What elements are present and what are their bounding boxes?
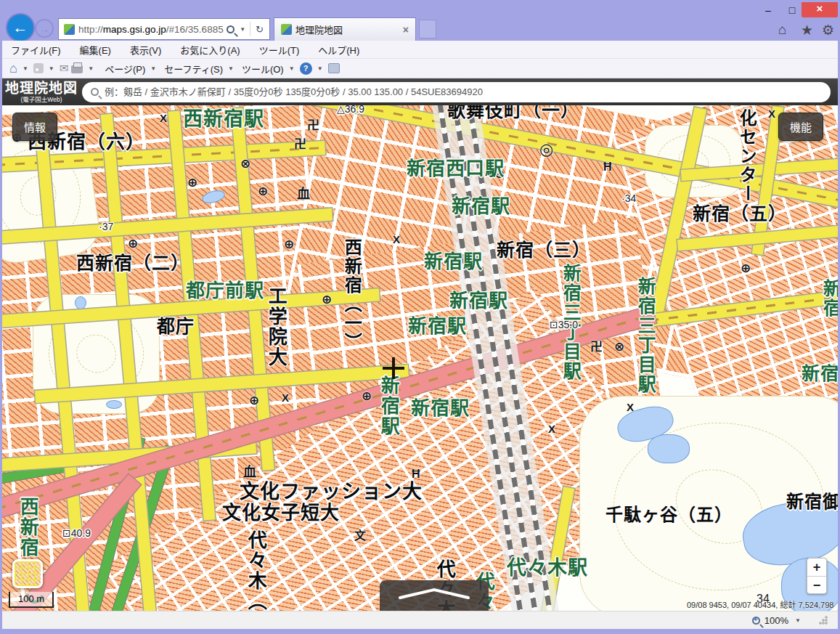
url-text[interactable]: http://maps.gsi.go.jp/#16/35.68858 (78, 24, 224, 35)
zoom-magnifier-icon[interactable] (752, 617, 760, 625)
print-icon[interactable] (71, 65, 83, 73)
map-label: 西新宿（二） (76, 253, 189, 272)
back-arrow-icon: ← (13, 19, 28, 36)
zoom-out-button[interactable]: − (807, 577, 826, 595)
map-label: 新宿駅 (408, 317, 467, 336)
map-symbol: ⊕ (284, 238, 294, 251)
pond (75, 296, 86, 309)
map-label: 西新宿（一） (343, 238, 361, 351)
function-button[interactable]: 機能 (778, 113, 823, 141)
menu-item[interactable]: ヘルプ(H) (318, 43, 359, 57)
command-items: ページ(P)▼セーフティ(S)▼ツール(O)▼ (99, 62, 296, 76)
map-symbol: Ħ (412, 468, 420, 480)
minimize-button[interactable]: – (757, 3, 779, 17)
menu-item[interactable]: ツール(T) (259, 43, 300, 57)
zoom-caret[interactable]: ▼ (795, 617, 801, 624)
map-label: 西新宿 (17, 497, 37, 558)
browser-window: ← → http://maps.gsi.go.jp/#16/35.68858 ▼… (0, 0, 840, 634)
map-label: 新宿駅 (449, 291, 508, 311)
map-label: 新宿駅 (802, 364, 840, 383)
map-label: 代々木駅 (507, 558, 588, 578)
new-tab-button[interactable] (419, 20, 436, 38)
back-button[interactable]: ← (7, 15, 33, 41)
rss-caret[interactable]: ▼ (49, 65, 54, 72)
rss-icon[interactable] (33, 63, 44, 73)
menu-item[interactable]: 編集(E) (80, 43, 111, 57)
map-label: △36.9 (337, 105, 364, 115)
overview-minimap[interactable] (12, 559, 43, 588)
page-zoom-level[interactable]: 100% (764, 615, 788, 626)
map-symbol: ⊗ (614, 341, 624, 353)
forward-arrow-icon: → (39, 23, 50, 35)
command-item[interactable]: セーフティ(S) (164, 62, 223, 76)
map-label: 新宿御苑 (786, 492, 840, 511)
command-item-caret[interactable]: ▼ (228, 65, 234, 72)
map-label: 歌舞伎町（一） (447, 105, 579, 120)
map-canvas[interactable]: ⊕⊕⊕⊕⊕⊕⊕⊕⊕⊕卍卍卍◎ĦĦ⊗⊗XXXXXX文血血 西新宿駅新宿西口駅新宿駅… (0, 105, 840, 611)
map-label: 都庁前駅 (186, 281, 264, 301)
search-icon[interactable] (227, 25, 235, 33)
refresh-icon[interactable]: ↻ (256, 24, 264, 35)
map-symbol: X (627, 402, 634, 412)
map-symbol: X (282, 392, 289, 403)
map-label: 新宿（五） (693, 204, 787, 223)
map-symbol: X (548, 423, 555, 434)
map-symbol: X (393, 234, 400, 245)
menu-item[interactable]: 表示(V) (130, 43, 161, 57)
search-dropdown-caret[interactable]: ▼ (240, 26, 245, 33)
map-label: 化センター (738, 109, 756, 203)
map-label: 新宿三丁目駅 (636, 277, 655, 394)
zoom-in-button[interactable]: + (807, 558, 826, 577)
map-label: 文化ファッション大 (240, 481, 423, 502)
map-symbol: ⊕ (322, 293, 332, 306)
command-item[interactable]: ツール(O) (242, 62, 284, 76)
map-symbol: ⊕ (362, 390, 372, 402)
maximize-button[interactable]: □ (781, 3, 803, 17)
map-search-input[interactable] (105, 86, 822, 97)
map-zoom-control: + − (807, 558, 827, 594)
info-button[interactable]: 情報 (12, 113, 57, 141)
settings-gear-icon[interactable]: ⚙ (822, 22, 834, 38)
map-symbol: 卍 (294, 138, 306, 150)
map-symbol: ⊕ (249, 394, 259, 407)
map-symbol: 卍 (307, 119, 319, 131)
map-symbol: ⊕ (741, 262, 751, 275)
map-label: ·37 (99, 222, 113, 232)
resize-grip[interactable] (819, 616, 828, 625)
map-symbol: ⊕ (258, 185, 268, 198)
home-icon[interactable]: ⌂ (778, 22, 786, 38)
map-label: 新宿駅 (452, 197, 510, 216)
title-bar: ← → http://maps.gsi.go.jp/#16/35.68858 ▼… (0, 0, 840, 41)
suggested-sites-icon[interactable] (328, 63, 340, 73)
map-symbol: ◎ (539, 142, 553, 158)
map-label: ⊡40.9 (62, 528, 91, 539)
favorites-star-icon[interactable]: ★ (801, 22, 813, 38)
command-item-caret[interactable]: ▼ (150, 65, 156, 72)
menu-item[interactable]: ファイル(F) (11, 43, 61, 57)
scale-bar: 100 m (9, 592, 54, 608)
map-center-crosshair (383, 357, 404, 379)
command-item[interactable]: ページ(P) (105, 62, 145, 76)
bottom-drawer-toggle[interactable] (380, 580, 489, 611)
menu-bar: ファイル(F)編集(E)表示(V)お気に入り(A)ツール(T)ヘルプ(H) (2, 41, 838, 59)
close-button[interactable]: × (802, 0, 838, 17)
home-icon[interactable]: ⌂ (9, 61, 17, 76)
tab-close-icon[interactable]: × (401, 24, 411, 36)
help-icon[interactable]: ? (300, 62, 312, 75)
browser-tab[interactable]: 地理院地図 × (274, 17, 416, 41)
home-caret[interactable]: ▼ (23, 65, 28, 72)
help-caret[interactable]: ▼ (317, 65, 323, 72)
command-bar: ⌂▼ ▼ ✉ ▼ ページ(P)▼セーフティ(S)▼ツール(O)▼ ?▼ (2, 59, 838, 78)
mail-icon[interactable]: ✉ (60, 62, 69, 75)
menu-item[interactable]: お気に入り(A) (180, 43, 240, 57)
print-caret[interactable]: ▼ (88, 65, 94, 72)
map-label: 新宿 (821, 279, 840, 318)
address-bar[interactable]: http://maps.gsi.go.jp/#16/35.68858 ▼ ↻ (58, 18, 270, 40)
command-item-caret[interactable]: ▼ (289, 65, 295, 72)
forward-button[interactable]: → (35, 19, 54, 38)
gsi-logo: 地理院地図 (電子国土Web) (2, 81, 81, 103)
pond (648, 434, 690, 463)
tab-favicon (281, 24, 292, 35)
pond (106, 400, 122, 409)
map-search-box[interactable] (82, 82, 831, 102)
